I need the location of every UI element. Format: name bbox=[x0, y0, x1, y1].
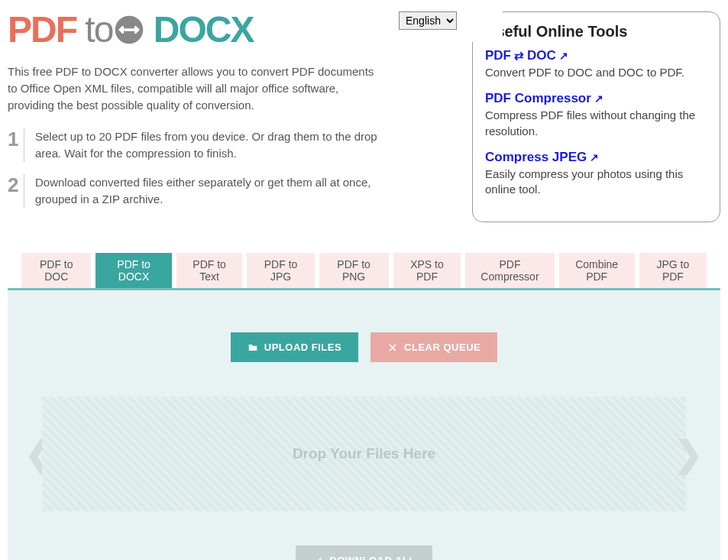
tool-link-compress-jpeg[interactable]: Compress JPEG ↗ bbox=[485, 150, 599, 165]
language-dropdown[interactable]: English bbox=[399, 11, 457, 30]
upload-files-button[interactable]: UPLOAD FILES bbox=[231, 332, 358, 362]
logo-to: to bbox=[85, 11, 144, 48]
tab-combine-pdf[interactable]: Combine PDF bbox=[559, 253, 635, 288]
logo-docx: DOCX bbox=[154, 9, 254, 50]
external-link-icon: ↗ bbox=[590, 151, 599, 163]
intro-text: This free PDF to DOCX converter allows y… bbox=[8, 63, 383, 113]
tab-pdf-to-text[interactable]: PDF to Text bbox=[176, 253, 243, 288]
clear-queue-button[interactable]: CLEAR QUEUE bbox=[370, 332, 497, 362]
carousel-next-icon[interactable]: ❯ bbox=[674, 436, 704, 471]
swap-icon: ⇄ bbox=[514, 49, 524, 63]
tab-pdf-to-docx[interactable]: PDF to DOCX bbox=[95, 253, 171, 288]
drop-zone-label: Drop Your Files Here bbox=[293, 445, 435, 462]
useful-tools-panel: Useful Online Tools PDF⇄DOC ↗ Convert PD… bbox=[472, 11, 720, 222]
close-icon bbox=[387, 342, 398, 353]
tab-pdf-to-doc[interactable]: PDF to DOC bbox=[21, 253, 91, 288]
download-all-button[interactable]: DOWNLOAD ALL bbox=[296, 545, 432, 560]
tool-link-pdf-compressor[interactable]: PDF Compressor ↗ bbox=[485, 91, 603, 106]
check-icon bbox=[312, 555, 323, 560]
site-logo: PDF to DOCX bbox=[8, 11, 383, 48]
folder-icon bbox=[248, 342, 258, 353]
step-2: 2 Download converted files either separa… bbox=[8, 174, 383, 208]
work-area: UPLOAD FILES CLEAR QUEUE ❮ Drop Your Fil… bbox=[8, 288, 720, 560]
sidebar-title: Useful Online Tools bbox=[485, 23, 707, 40]
tab-xps-to-pdf[interactable]: XPS to PDF bbox=[393, 253, 461, 288]
step-1: 1 Select up to 20 PDF files from you dev… bbox=[8, 128, 383, 162]
tab-pdf-to-jpg[interactable]: PDF to JPG bbox=[247, 253, 314, 288]
conversion-tabs: PDF to DOC PDF to DOCX PDF to Text PDF t… bbox=[8, 253, 720, 288]
file-drop-zone[interactable]: Drop Your Files Here bbox=[42, 397, 686, 511]
language-selector[interactable]: English bbox=[399, 11, 457, 222]
tool-link-pdf-doc[interactable]: PDF⇄DOC ↗ bbox=[485, 48, 568, 63]
steps-list: 1 Select up to 20 PDF files from you dev… bbox=[8, 128, 383, 207]
external-link-icon: ↗ bbox=[559, 50, 568, 62]
external-link-icon: ↗ bbox=[594, 92, 603, 105]
tab-pdf-compressor[interactable]: PDF Compressor bbox=[465, 253, 554, 288]
convert-icon bbox=[114, 15, 144, 45]
tab-jpg-to-pdf[interactable]: JPG to PDF bbox=[639, 253, 707, 288]
logo-pdf: PDF bbox=[8, 9, 76, 50]
tool-pdf-compressor: PDF Compressor ↗ Compress PDF files with… bbox=[485, 91, 707, 139]
tool-compress-jpeg: Compress JPEG ↗ Easily compress your pho… bbox=[485, 150, 707, 198]
tool-pdf-doc: PDF⇄DOC ↗ Convert PDF to DOC and DOC to … bbox=[485, 48, 707, 80]
tab-pdf-to-png[interactable]: PDF to PNG bbox=[319, 253, 389, 288]
